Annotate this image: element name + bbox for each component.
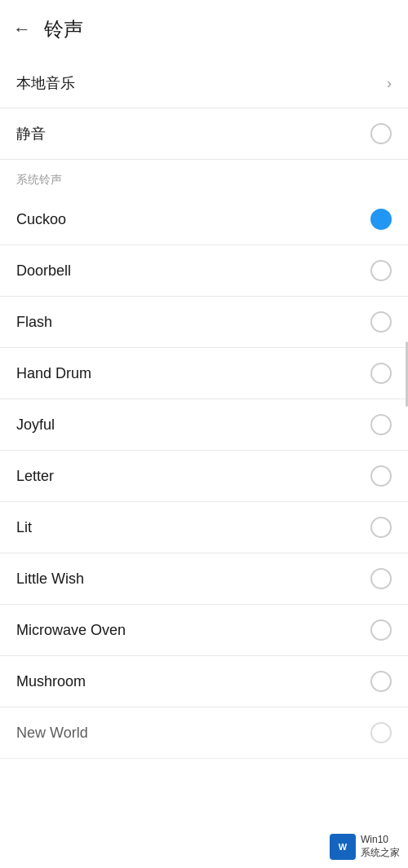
ringtone-item-label: New World [16,725,88,742]
system-ringtones-label: 系统铃声 [0,160,408,194]
ringtone-item[interactable]: Cuckoo [0,194,408,245]
ringtone-item[interactable]: Mushroom [0,656,408,707]
page-header: ← 铃声 [0,0,408,59]
ringtone-item-label: Hand Drum [16,365,91,382]
ringtone-item-label: Letter [16,468,54,485]
silent-item[interactable]: 静音 [0,108,408,160]
ringtone-item[interactable]: Lit [0,502,408,553]
local-music-label: 本地音乐 [16,73,75,93]
ringtone-radio[interactable] [370,722,392,743]
ringtone-radio[interactable] [370,517,392,538]
ringtone-item-label: Joyful [16,416,55,434]
silent-radio[interactable] [370,123,392,144]
ringtone-radio[interactable] [370,671,392,692]
watermark-line1: Win10 [361,834,400,847]
back-button[interactable]: ← [13,20,31,38]
watermark-icon: W [330,834,356,860]
ringtone-item[interactable]: Hand Drum [0,348,408,399]
chevron-right-icon: › [387,75,392,92]
ringtone-item-label: Doorbell [16,262,71,280]
ringtone-list: CuckooDoorbellFlashHand DrumJoyfulLetter… [0,194,408,759]
ringtone-item-label: Microwave Oven [16,622,126,639]
ringtone-item-label: Cuckoo [16,211,66,228]
scrollbar-track[interactable] [405,0,408,759]
ringtone-item-label: Lit [16,519,32,536]
ringtone-radio[interactable] [370,311,392,333]
svg-text:W: W [339,842,348,852]
ringtone-radio[interactable] [370,260,392,281]
ringtone-radio[interactable] [370,465,392,487]
ringtone-item[interactable]: Letter [0,451,408,502]
ringtone-item[interactable]: Flash [0,297,408,348]
ringtone-item[interactable]: Little Wish [0,553,408,605]
ringtone-item[interactable]: Microwave Oven [0,605,408,656]
ringtone-item-label: Mushroom [16,673,86,690]
local-music-item[interactable]: 本地音乐 › [0,59,408,108]
ringtone-item-label: Flash [16,314,52,331]
ringtone-item[interactable]: Joyful [0,399,408,451]
ringtone-radio[interactable] [370,209,392,230]
watermark: W Win10 系统之家 [330,834,400,860]
ringtone-item[interactable]: Doorbell [0,245,408,297]
watermark-line2: 系统之家 [361,847,400,860]
ringtone-radio[interactable] [370,568,392,589]
page-title: 铃声 [44,16,83,42]
silent-label: 静音 [16,124,46,143]
ringtone-item[interactable]: New World [0,707,408,759]
ringtone-radio[interactable] [370,414,392,435]
ringtone-item-label: Little Wish [16,571,84,588]
ringtone-radio[interactable] [370,619,392,641]
ringtone-radio[interactable] [370,363,392,384]
